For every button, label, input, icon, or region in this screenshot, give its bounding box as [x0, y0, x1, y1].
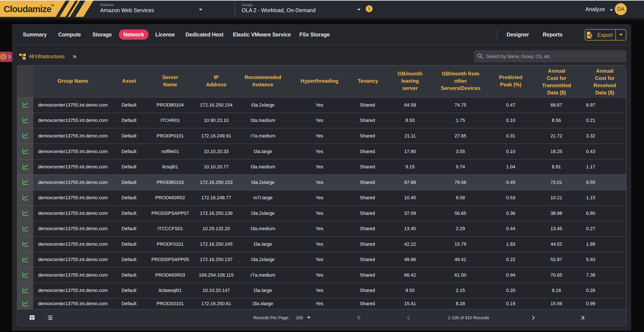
- svg-text:TM: TM: [51, 4, 54, 6]
- svg-text:Cloudamize: Cloudamize: [4, 4, 52, 14]
